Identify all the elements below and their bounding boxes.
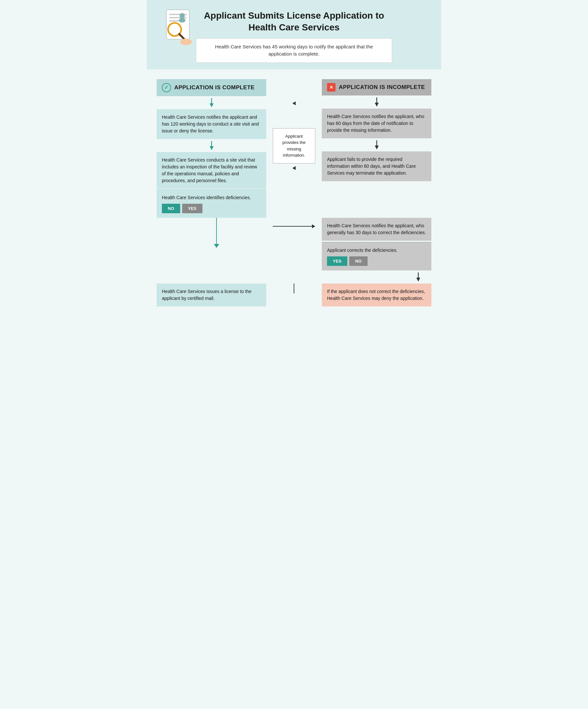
deficiency-btn-row: NO YES — [162, 204, 261, 213]
incomplete-box1: Health Care Services notifies the applic… — [322, 109, 431, 138]
complete-box3: Health Care Services identifies deficien… — [157, 189, 266, 218]
header-subtitle: Health Care Services has 45 working days… — [215, 44, 373, 57]
arrow-complete-2 — [157, 141, 266, 150]
deficiency-column: Health Care Services notifies the applic… — [322, 218, 431, 284]
yes-corrects-button[interactable]: YES — [327, 256, 347, 266]
svg-marker-10 — [210, 103, 214, 107]
svg-marker-18 — [416, 278, 420, 282]
no-branch-line — [216, 218, 217, 244]
arrow-left-icon — [292, 101, 296, 105]
no-branch-arrow — [214, 244, 219, 248]
svg-marker-16 — [375, 146, 379, 150]
yes-down-line — [294, 284, 294, 293]
header: Applicant Submits License Application to… — [147, 0, 441, 69]
complete-box1: Health Care Services notifies the applic… — [157, 109, 266, 139]
svg-point-8 — [180, 38, 192, 45]
license-issued-column: Health Care Services issues a license to… — [157, 284, 266, 307]
incomplete-box2: Applicant fails to provide the required … — [322, 151, 431, 181]
arrow-incomplete-2 — [322, 140, 431, 150]
complete-header: ✓ APPLICATION IS COMPLETE — [157, 79, 266, 96]
middle-column: Applicant provides the missing informati… — [273, 79, 315, 170]
arrow-complete-1 — [157, 98, 266, 107]
arrow-no-corrects — [322, 272, 431, 282]
deficiency-box2: Applicant corrects the deficiencies. YES… — [322, 242, 431, 270]
header-subtitle-box: Health Care Services has 45 working days… — [196, 38, 392, 63]
complete-column: ✓ APPLICATION IS COMPLETE Health Care Se… — [157, 79, 266, 218]
svg-point-4 — [180, 13, 185, 18]
incomplete-header: ✕ APPLICATION IS INCOMPLETE — [322, 79, 431, 96]
arrow-left2-icon — [292, 166, 296, 170]
incomplete-column: ✕ APPLICATION IS INCOMPLETE Health Care … — [322, 79, 431, 181]
svg-marker-12 — [210, 146, 214, 150]
main-flow: ✓ APPLICATION IS COMPLETE Health Care Se… — [147, 69, 441, 319]
no-branch-column — [157, 218, 266, 248]
svg-point-5 — [179, 18, 185, 23]
header-text-block: Applicant Submits License Application to… — [196, 10, 392, 63]
corrects-btn-row: YES NO — [327, 256, 426, 266]
incomplete-header-label: APPLICATION IS INCOMPLETE — [339, 84, 425, 90]
x-icon: ✕ — [327, 83, 336, 91]
check-icon: ✓ — [162, 83, 171, 92]
yes-button[interactable]: YES — [182, 204, 203, 213]
no-button[interactable]: NO — [162, 204, 180, 213]
deficiency-box1: Health Care Services notifies the applic… — [322, 218, 431, 241]
yes-arrow-head — [312, 224, 315, 228]
svg-marker-14 — [375, 103, 379, 107]
deny-box: If the applicant does not correct the de… — [322, 284, 431, 307]
no-corrects-button[interactable]: NO — [349, 256, 368, 266]
complete-header-label: APPLICATION IS COMPLETE — [174, 84, 255, 91]
applicant-provides-box: Applicant provides the missing informati… — [273, 128, 315, 163]
license-issued-box: Health Care Services issues a license to… — [157, 284, 266, 307]
deny-column: If the applicant does not correct the de… — [322, 284, 431, 307]
arrow-incomplete-1 — [322, 98, 431, 107]
application-illustration — [157, 6, 203, 52]
bottom-mid — [273, 284, 315, 293]
yes-branch-mid — [273, 218, 315, 228]
yes-arrow-line — [273, 226, 312, 227]
header-title: Applicant Submits License Application to… — [196, 10, 392, 34]
complete-box2: Health Care Services conducts a site vis… — [157, 152, 266, 189]
